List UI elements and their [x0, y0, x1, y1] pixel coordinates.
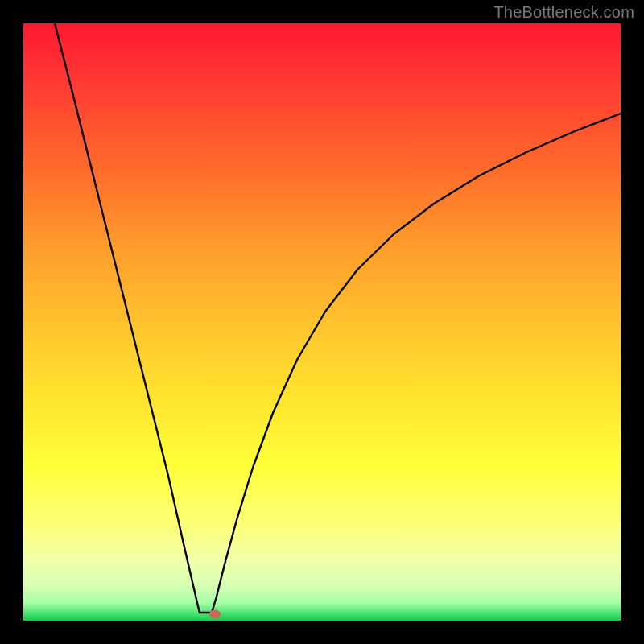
plot-area — [23, 23, 621, 621]
curve-path — [55, 23, 621, 613]
stage: TheBottleneck.com — [0, 0, 644, 644]
optimal-marker — [209, 610, 221, 619]
attribution-text: TheBottleneck.com — [493, 3, 634, 22]
bottleneck-curve — [23, 23, 621, 621]
